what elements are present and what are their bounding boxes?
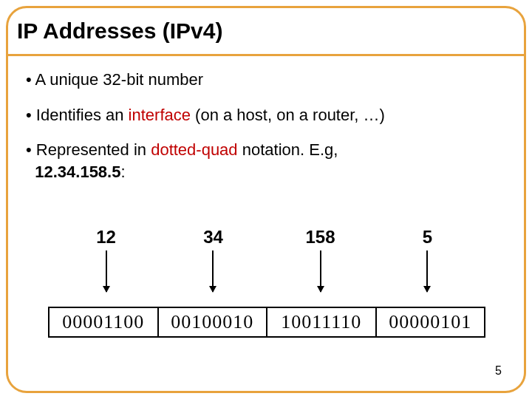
bullet-list: • A unique 32-bit number • Identifies an…: [26, 69, 506, 197]
bullet-3-a: Represented in: [36, 140, 151, 159]
quad-3: 158: [267, 227, 374, 248]
quad-2: 34: [160, 227, 267, 248]
binary-octet-2: 00100010: [159, 308, 268, 336]
bullet-2-b: (on a host, on a router, …): [191, 106, 385, 124]
bullet-3-dottedquad: dotted-quad: [151, 140, 237, 159]
quad-4: 5: [374, 227, 481, 248]
quad-1: 12: [52, 227, 160, 248]
binary-box: 00001100 00100010 10011110 00000101: [48, 307, 485, 338]
decimal-quad-row: 12 34 158 5: [52, 227, 481, 248]
slide-title: IP Addresses (IPv4): [17, 18, 222, 44]
arrow-down-icon: [106, 250, 107, 292]
page-number: 5: [495, 364, 502, 378]
bullet-3-c: :: [120, 163, 125, 181]
bullet-3-b: notation. E.g,: [238, 140, 338, 159]
binary-octet-3: 10011110: [267, 308, 377, 336]
bullet-1: • A unique 32-bit number: [26, 69, 506, 91]
title-rule: [8, 54, 524, 56]
bullet-2-a: Identifies an: [36, 106, 129, 124]
arrow-down-icon: [426, 250, 428, 292]
bullet-2: • Identifies an interface (on a host, on…: [26, 104, 506, 126]
arrow-down-icon: [320, 250, 321, 292]
arrows-group: [52, 250, 481, 302]
bullet-3-example: 12.34.158.5: [35, 163, 120, 181]
bullet-2-interface: interface: [129, 106, 191, 124]
bullet-3: • Represented in dotted-quad notation. E…: [26, 139, 506, 183]
slide-frame: IP Addresses (IPv4) • A unique 32-bit nu…: [6, 6, 526, 393]
arrow-down-icon: [212, 250, 214, 292]
binary-octet-4: 00000101: [377, 308, 485, 336]
bullet-1-text: A unique 32-bit number: [35, 70, 204, 89]
binary-octet-1: 00001100: [50, 308, 159, 336]
